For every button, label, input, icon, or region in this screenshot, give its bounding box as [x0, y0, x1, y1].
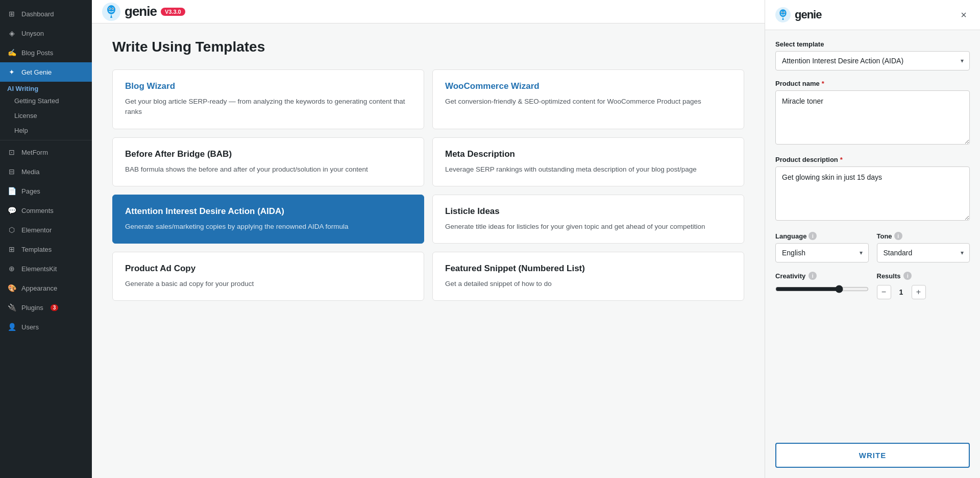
svg-point-4 — [109, 8, 110, 9]
language-select[interactable]: English Spanish French German Portuguese — [775, 243, 869, 262]
language-select-wrapper: English Spanish French German Portuguese… — [775, 243, 869, 262]
sidebar-item-comments[interactable]: 💬 Comments — [0, 201, 92, 220]
blog-posts-icon: ✍ — [7, 48, 16, 57]
select-template-wrapper: Attention Interest Desire Action (AIDA) … — [775, 51, 970, 70]
users-icon: 👤 — [7, 322, 16, 331]
sidebar-divider — [0, 140, 92, 140]
product-name-field: Product name * Miracle toner — [775, 80, 970, 147]
sidebar-item-pages[interactable]: 📄 Pages — [0, 181, 92, 201]
template-card-product-ad-copy[interactable]: Product Ad Copy Generate a basic ad copy… — [112, 252, 424, 301]
pages-icon: 📄 — [7, 186, 16, 196]
main-area: genie V3.3.0 Write Using Templates Blog … — [92, 0, 765, 478]
creativity-slider[interactable] — [775, 285, 869, 293]
template-card-aida[interactable]: Attention Interest Desire Action (AIDA) … — [112, 195, 424, 244]
product-description-textarea[interactable]: Get glowing skin in just 15 days — [775, 166, 970, 221]
product-description-required: * — [840, 156, 843, 163]
ai-writing-label: AI Writing — [7, 85, 38, 92]
sidebar-item-dashboard[interactable]: ⊞ Dashboard — [0, 4, 92, 23]
sidebar-item-label: Elementor — [21, 226, 52, 234]
creativity-results-row: Creativity i Results i − 1 + — [775, 272, 970, 299]
language-tone-row: Language i English Spanish French German… — [775, 232, 970, 262]
unyson-icon: ◈ — [7, 29, 16, 38]
elementskit-icon: ⊕ — [7, 264, 16, 273]
sidebar-item-metform[interactable]: ⊡ MetForm — [0, 142, 92, 162]
elementor-icon: ⬡ — [7, 225, 16, 234]
content-area: Write Using Templates Blog Wizard Get yo… — [92, 23, 765, 478]
plugins-badge: 3 — [51, 304, 59, 311]
templates-icon: ⊞ — [7, 245, 16, 254]
comments-icon: 💬 — [7, 206, 16, 215]
product-name-required: * — [822, 80, 824, 87]
sidebar-item-label: Get Genie — [21, 68, 52, 76]
sidebar-item-label: Blog Posts — [21, 49, 53, 57]
getting-started-label: Getting Started — [14, 97, 59, 105]
template-card-bab[interactable]: Before After Bridge (BAB) BAB formula sh… — [112, 137, 424, 186]
metform-icon: ⊡ — [7, 148, 16, 157]
sidebar-item-blog-posts[interactable]: ✍ Blog Posts — [0, 43, 92, 62]
sidebar-item-label: Appearance — [21, 284, 57, 292]
sidebar-item-elementskit[interactable]: ⊕ ElementsKit — [0, 259, 92, 278]
right-panel-logo: genie — [775, 7, 821, 22]
select-template-select[interactable]: Attention Interest Desire Action (AIDA) — [775, 51, 970, 70]
product-name-textarea[interactable]: Miracle toner — [775, 90, 970, 145]
template-card-featured-snippet[interactable]: Featured Snippet (Numbered List) Get a d… — [432, 252, 744, 301]
sidebar-item-get-genie[interactable]: ✦ Get Genie — [0, 62, 92, 82]
template-card-desc: Get conversion-friendly & SEO-optimized … — [445, 97, 731, 107]
template-card-listicle-ideas[interactable]: Listicle Ideas Generate title ideas for … — [432, 195, 744, 244]
right-panel-header: genie × — [765, 0, 980, 30]
svg-point-7 — [779, 9, 786, 17]
template-card-desc: Get your blog article SERP-ready — from … — [125, 97, 411, 117]
template-card-meta-description[interactable]: Meta Description Leverage SERP rankings … — [432, 137, 744, 186]
slider-container — [775, 285, 869, 295]
sidebar-item-elementor[interactable]: ⬡ Elementor — [0, 220, 92, 240]
sidebar-item-unyson[interactable]: ◈ Unyson — [0, 23, 92, 43]
sidebar-item-plugins[interactable]: 🔌 Plugins 3 — [0, 298, 92, 317]
results-stepper: − 1 + — [877, 285, 970, 299]
sidebar-item-users[interactable]: 👤 Users — [0, 317, 92, 337]
results-label-row: Results i — [877, 272, 970, 280]
tone-field: Tone i Standard Professional Casual Frie… — [877, 232, 970, 262]
template-card-desc: Get a detailed snippet of how to do — [445, 279, 731, 289]
sidebar-item-appearance[interactable]: 🎨 Appearance — [0, 278, 92, 298]
get-genie-icon: ✦ — [7, 67, 16, 77]
language-info-icon[interactable]: i — [808, 232, 817, 240]
product-description-field: Product description * Get glowing skin i… — [775, 156, 970, 223]
sidebar-item-license[interactable]: License — [0, 108, 92, 123]
sidebar-item-getting-started[interactable]: Getting Started — [0, 93, 92, 108]
language-field: Language i English Spanish French German… — [775, 232, 869, 262]
svg-point-1 — [107, 5, 115, 14]
sidebar-item-label: Pages — [21, 187, 40, 195]
results-increment-button[interactable]: + — [912, 285, 926, 299]
sidebar-item-help[interactable]: Help — [0, 123, 92, 138]
results-field: Results i − 1 + — [877, 272, 970, 299]
template-card-title: Product Ad Copy — [125, 264, 411, 274]
sidebar-ai-writing-section: AI Writing — [0, 82, 92, 93]
results-info-icon[interactable]: i — [903, 272, 912, 280]
sidebar-item-label: MetForm — [21, 149, 48, 156]
sidebar-item-label: Dashboard — [21, 10, 54, 18]
sidebar: ⊞ Dashboard ◈ Unyson ✍ Blog Posts ✦ Get … — [0, 0, 92, 478]
sidebar-item-media[interactable]: ⊟ Media — [0, 162, 92, 181]
results-decrement-button[interactable]: − — [877, 285, 891, 299]
write-button[interactable]: WRITE — [775, 443, 970, 468]
creativity-label-row: Creativity i — [775, 272, 869, 280]
close-button[interactable]: × — [958, 9, 970, 21]
version-badge: V3.3.0 — [161, 8, 185, 16]
results-label: Results — [877, 272, 901, 280]
tone-info-icon[interactable]: i — [894, 232, 902, 240]
template-card-blog-wizard[interactable]: Blog Wizard Get your blog article SERP-r… — [112, 69, 424, 129]
sidebar-item-label: Comments — [21, 207, 54, 214]
sidebar-item-label: Templates — [21, 246, 52, 253]
sidebar-item-templates[interactable]: ⊞ Templates — [0, 240, 92, 259]
template-card-title: Listicle Ideas — [445, 206, 731, 217]
creativity-info-icon[interactable]: i — [808, 272, 817, 280]
right-panel-body: Select template Attention Interest Desir… — [765, 30, 980, 443]
language-label: Language i — [775, 232, 869, 240]
template-card-desc: Generate sales/marketing copies by apply… — [125, 222, 411, 232]
svg-point-11 — [784, 12, 785, 13]
template-card-woocommerce-wizard[interactable]: WooCommerce Wizard Get conversion-friend… — [432, 69, 744, 129]
tone-select[interactable]: Standard Professional Casual Friendly Wi… — [877, 243, 970, 262]
template-card-title: WooCommerce Wizard — [445, 81, 731, 91]
tone-select-wrapper: Standard Professional Casual Friendly Wi… — [877, 243, 970, 262]
sidebar-item-label: Users — [21, 323, 39, 331]
